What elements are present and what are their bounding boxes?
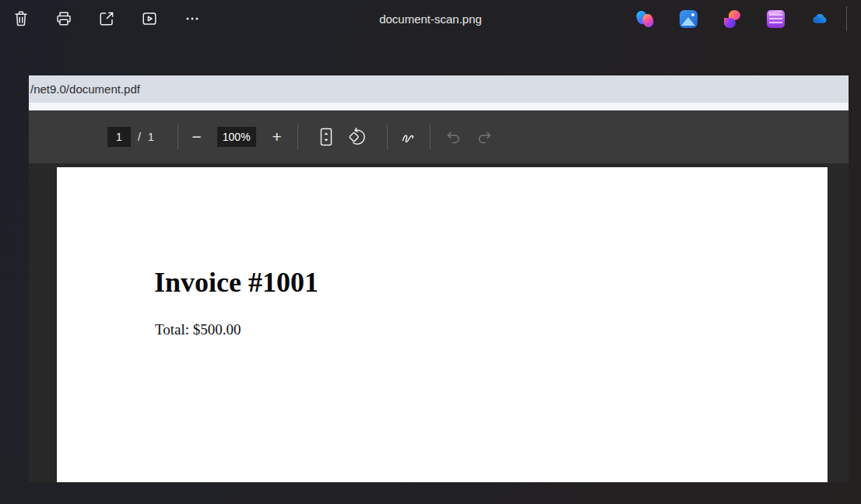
toolbar-divider <box>387 124 388 149</box>
pdf-page: Invoice #1001 Total: $500.00 <box>57 167 828 482</box>
rotate-icon <box>347 127 367 147</box>
redo-icon <box>476 128 494 146</box>
zoom-out-button[interactable]: − <box>186 126 208 148</box>
zoom-level-display[interactable]: 100% <box>217 127 256 147</box>
undo-button[interactable] <box>443 127 463 147</box>
edit-image-icon <box>681 17 695 26</box>
invoice-heading: Invoice #1001 <box>154 266 318 299</box>
toolbar-divider <box>430 124 430 149</box>
pdf-address-text: /net9.0/document.pdf <box>30 82 140 96</box>
titlebar: document-scan.png <box>0 0 861 37</box>
edit-image-button[interactable] <box>680 10 698 28</box>
pdf-viewer-window: /net9.0/document.pdf 1 / 1 − 100% + <box>29 75 849 482</box>
toolbar-divider <box>297 124 298 149</box>
onedrive-cloud-icon <box>810 10 828 28</box>
onedrive-button[interactable] <box>810 10 828 28</box>
redo-button[interactable] <box>475 127 495 147</box>
copilot-button[interactable] <box>636 10 654 28</box>
zoom-in-button[interactable]: + <box>266 126 288 148</box>
pdf-address-bar[interactable]: /net9.0/document.pdf <box>29 75 849 103</box>
rotate-button[interactable] <box>347 127 367 147</box>
titlebar-right-actions <box>636 10 828 28</box>
page-separator: / <box>138 131 141 143</box>
draw-button[interactable] <box>399 127 419 147</box>
pdf-content-area[interactable]: Invoice #1001 Total: $500.00 <box>29 163 849 482</box>
undo-icon <box>444 128 462 146</box>
titlebar-divider <box>846 6 847 31</box>
draw-squiggle-icon <box>399 127 419 147</box>
fit-to-page-icon <box>318 127 334 147</box>
page-number-input[interactable]: 1 <box>107 127 131 147</box>
pdf-toolbar: 1 / 1 − 100% + <box>29 110 849 163</box>
designer-button[interactable] <box>723 10 741 28</box>
clipchamp-button[interactable] <box>767 10 785 28</box>
pdf-loading-strip <box>29 103 849 110</box>
invoice-total-line: Total: $500.00 <box>155 321 241 338</box>
page-total: 1 <box>148 131 154 143</box>
fit-to-page-button[interactable] <box>316 127 336 147</box>
toolbar-divider <box>177 124 178 149</box>
